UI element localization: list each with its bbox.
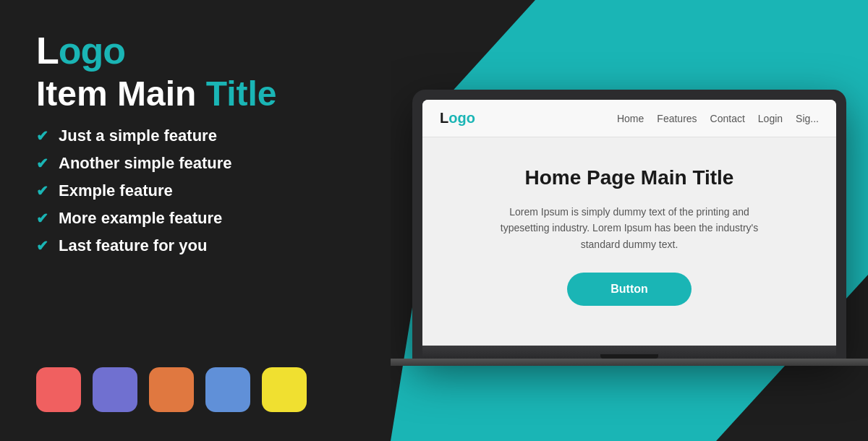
feature-item-5: ✔ Last feature for you: [36, 236, 354, 255]
screen-logo-accent: ogo: [448, 110, 475, 126]
feature-item-4: ✔ More example feature: [36, 209, 354, 228]
screen-logo: Logo: [440, 110, 475, 127]
check-icon-4: ✔: [36, 210, 48, 227]
screen-page-title: Home Page Main Title: [444, 166, 814, 189]
nav-signup: Sig...: [796, 113, 819, 124]
swatch-purple: [93, 367, 137, 412]
check-icon-1: ✔: [36, 127, 48, 145]
swatch-orange: [149, 367, 194, 412]
laptop-base: [422, 346, 836, 359]
screen-cta-button[interactable]: Button: [567, 273, 692, 306]
right-panel: Logo Home Features Contact Login Sig... …: [391, 0, 868, 441]
screen-body-text: Lorem Ipsum is simply dummy text of the …: [492, 204, 767, 252]
check-icon-3: ✔: [36, 182, 48, 200]
features-list: ✔ Just a simple feature ✔ Another simple…: [36, 127, 354, 255]
nav-features: Features: [657, 113, 697, 124]
screen-logo-normal: L: [440, 110, 448, 126]
logo-text-accent: ogo: [59, 30, 125, 72]
laptop-screen: Logo Home Features Contact Login Sig... …: [422, 100, 836, 346]
screen-content: Home Page Main Title Lorem Ipsum is simp…: [422, 137, 836, 335]
feature-item-2: ✔ Another simple feature: [36, 154, 354, 173]
swatch-blue: [205, 367, 250, 412]
swatch-red: [36, 367, 81, 412]
check-icon-2: ✔: [36, 155, 48, 172]
feature-item-1: ✔ Just a simple feature: [36, 127, 354, 145]
check-icon-5: ✔: [36, 237, 48, 254]
swatch-yellow: [262, 367, 307, 412]
screen-navbar: Logo Home Features Contact Login Sig...: [422, 100, 836, 137]
main-title: Item Main Title: [36, 75, 354, 114]
nav-home: Home: [617, 113, 644, 124]
main-title-normal: Item Main: [36, 74, 206, 113]
logo-text-normal: L: [36, 30, 59, 72]
logo-area: Logo Item Main Title: [36, 29, 354, 114]
feature-label-2: Another simple feature: [59, 154, 232, 173]
laptop-outer: Logo Home Features Contact Login Sig... …: [412, 90, 846, 359]
laptop-foot: [391, 359, 868, 366]
laptop-mockup: Logo Home Features Contact Login Sig... …: [412, 90, 846, 366]
nav-login: Login: [758, 113, 783, 124]
screen-nav-links: Home Features Contact Login Sig...: [617, 113, 819, 124]
logo-heading: Logo: [36, 29, 354, 72]
feature-label-1: Just a simple feature: [59, 127, 217, 145]
nav-contact: Contact: [710, 113, 745, 124]
feature-item-3: ✔ Exmple feature: [36, 181, 354, 200]
feature-label-4: More example feature: [59, 209, 222, 228]
feature-label-5: Last feature for you: [59, 236, 207, 255]
color-swatches: [36, 367, 354, 412]
feature-label-3: Exmple feature: [59, 181, 173, 200]
left-panel: Logo Item Main Title ✔ Just a simple fea…: [0, 0, 391, 441]
main-title-accent: Title: [206, 74, 277, 113]
